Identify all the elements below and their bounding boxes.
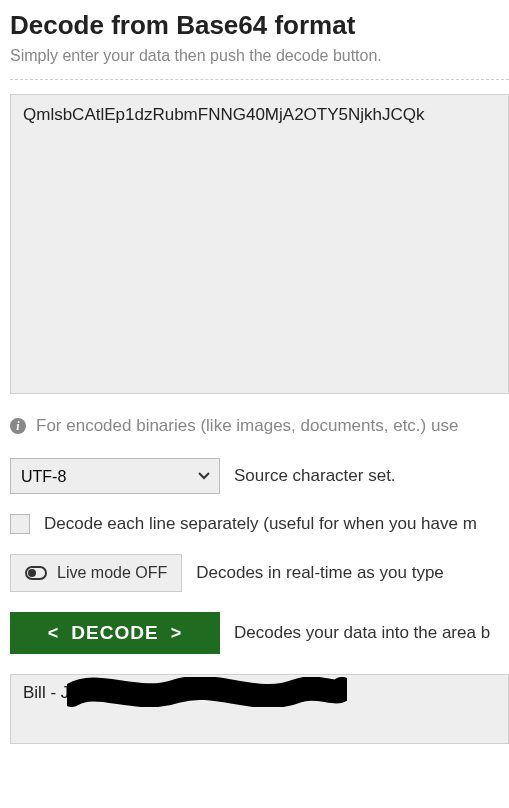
page-subtitle: Simply enter your data then push the dec… <box>10 47 509 65</box>
page-title: Decode from Base64 format <box>10 10 509 41</box>
redaction-mark <box>67 677 347 707</box>
svg-point-1 <box>28 569 36 577</box>
chevron-right-icon: > <box>171 623 183 644</box>
per-line-label: Decode each line separately (useful for … <box>44 514 477 534</box>
toggle-off-icon <box>25 566 47 580</box>
per-line-checkbox[interactable] <box>10 514 30 534</box>
charset-description: Source character set. <box>234 466 396 486</box>
live-mode-toggle[interactable]: Live mode OFF <box>10 554 182 592</box>
charset-select[interactable]: UTF-8 <box>10 458 220 494</box>
live-mode-label: Live mode OFF <box>57 564 167 582</box>
chevron-left-icon: < <box>48 623 60 644</box>
decode-button[interactable]: < DECODE > <box>10 612 220 654</box>
live-mode-description: Decodes in real-time as you type <box>196 563 444 583</box>
decoded-output[interactable]: Bill - J <box>10 674 509 744</box>
binary-hint: i For encoded binaries (like images, doc… <box>10 416 509 436</box>
binary-hint-text: For encoded binaries (like images, docum… <box>36 416 458 436</box>
divider <box>10 79 509 80</box>
decoded-output-text: Bill - J <box>23 683 69 702</box>
info-icon: i <box>10 418 26 434</box>
encoded-input[interactable] <box>10 94 509 394</box>
decode-button-label: DECODE <box>71 622 158 644</box>
decode-description: Decodes your data into the area b <box>234 623 490 643</box>
